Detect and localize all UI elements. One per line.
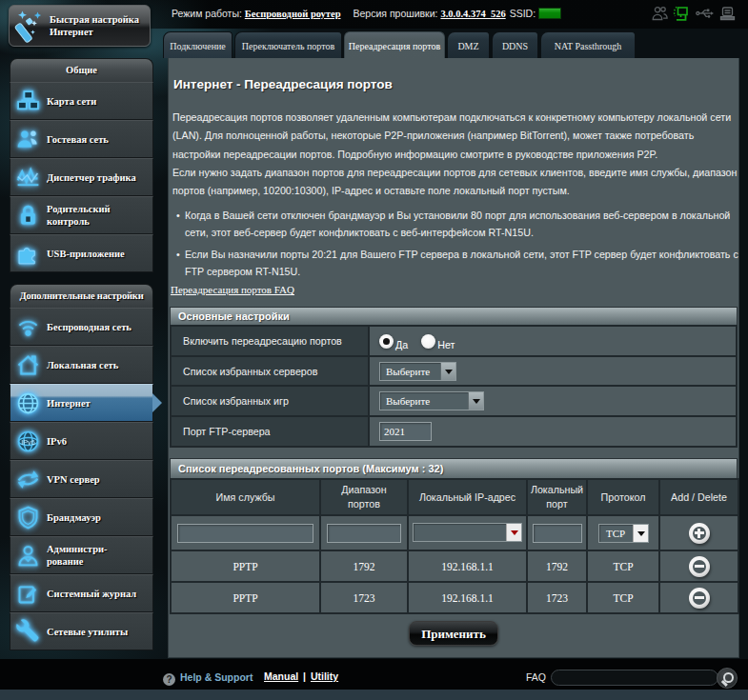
svg-text:IPv6: IPv6: [21, 438, 34, 447]
